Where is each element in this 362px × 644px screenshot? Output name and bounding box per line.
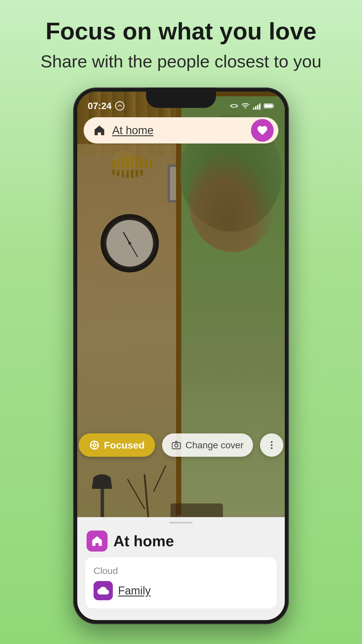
phone-screen: 07:24 At home — [77, 92, 285, 620]
svg-point-1 — [119, 105, 120, 106]
battery-icon — [264, 103, 274, 109]
svg-rect-9 — [257, 105, 259, 110]
status-time-group: 07:24 — [88, 101, 124, 111]
status-time: 07:24 — [88, 101, 112, 111]
svg-point-0 — [115, 102, 124, 110]
cloud-family-text[interactable]: Family — [118, 584, 151, 597]
bottom-panel: At home Cloud Family — [77, 517, 285, 620]
svg-point-6 — [245, 108, 246, 109]
cloud-label: Cloud — [94, 566, 268, 576]
svg-rect-7 — [253, 108, 254, 110]
search-bar[interactable]: At home — [84, 117, 278, 144]
svg-point-2 — [120, 105, 121, 106]
more-button[interactable] — [260, 433, 283, 457]
vibrate-icon — [230, 102, 238, 110]
volume-down-button — [73, 254, 74, 289]
svg-rect-8 — [255, 106, 256, 110]
volume-up-button — [73, 210, 74, 245]
change-cover-button[interactable]: Change cover — [162, 433, 253, 457]
three-dots-icon — [266, 440, 277, 450]
focused-button[interactable]: Focused — [79, 433, 155, 457]
camera-icon — [171, 440, 181, 450]
cloud-icon-box — [94, 581, 113, 600]
svg-point-19 — [271, 444, 273, 446]
android-icon — [115, 101, 124, 111]
wifi-icon — [241, 102, 250, 110]
focused-label: Focused — [104, 440, 145, 451]
svg-rect-12 — [265, 104, 272, 107]
svg-rect-3 — [232, 105, 236, 107]
focus-icon — [89, 440, 100, 450]
svg-point-20 — [271, 447, 273, 449]
action-buttons: Focused Change cover — [77, 433, 285, 457]
notch — [146, 88, 216, 108]
svg-point-15 — [93, 444, 96, 447]
location-icon-box — [87, 531, 108, 552]
scroll-indicator — [169, 522, 193, 524]
location-row[interactable]: At home — [77, 531, 285, 557]
svg-rect-10 — [259, 104, 261, 110]
phone-frame: 07:24 At home — [73, 88, 289, 624]
page-subtitle: Share with the people closest to you — [23, 50, 339, 73]
status-icons-right — [230, 102, 274, 110]
power-button — [288, 198, 289, 239]
mute-button — [73, 175, 74, 198]
search-home-icon — [92, 123, 107, 138]
change-cover-label: Change cover — [185, 440, 243, 451]
svg-point-17 — [175, 444, 178, 447]
search-heart-button[interactable] — [251, 119, 274, 142]
cloud-card: Cloud Family — [85, 557, 277, 608]
location-title: At home — [113, 532, 174, 550]
svg-point-18 — [271, 441, 273, 443]
svg-rect-13 — [273, 105, 274, 106]
signal-icon — [253, 102, 261, 110]
cloud-family-row[interactable]: Family — [94, 581, 268, 600]
page-title: Focus on what you love — [23, 18, 339, 45]
search-location-text: At home — [112, 124, 251, 137]
page-header: Focus on what you love Share with the pe… — [0, 0, 362, 85]
